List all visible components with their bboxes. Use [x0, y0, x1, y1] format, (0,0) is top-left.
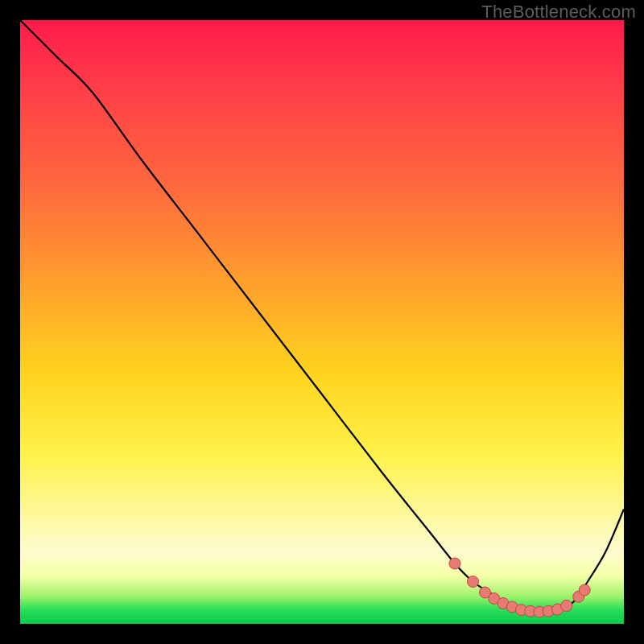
curve-marker: [561, 601, 572, 612]
curve-marker: [497, 598, 509, 609]
curve-marker: [573, 591, 584, 602]
curve-marker: [489, 593, 500, 605]
curve-marker: [579, 584, 590, 596]
curve-marker: [534, 606, 545, 617]
curve-marker: [543, 605, 554, 617]
curve-marker: [506, 601, 518, 613]
curve-marker: [449, 558, 460, 569]
curve-line: [20, 20, 624, 612]
curve-marker: [552, 604, 564, 615]
curve-marker: [480, 587, 491, 598]
chart-stage: TheBottleneck.com: [0, 0, 644, 644]
attribution-text: TheBottleneck.com: [481, 2, 636, 23]
curve-markers: [449, 558, 590, 617]
curve-marker: [516, 605, 527, 616]
bottleneck-curve: [20, 20, 624, 624]
curve-marker: [525, 605, 536, 617]
curve-marker: [468, 576, 479, 588]
plot-area: [20, 20, 624, 624]
